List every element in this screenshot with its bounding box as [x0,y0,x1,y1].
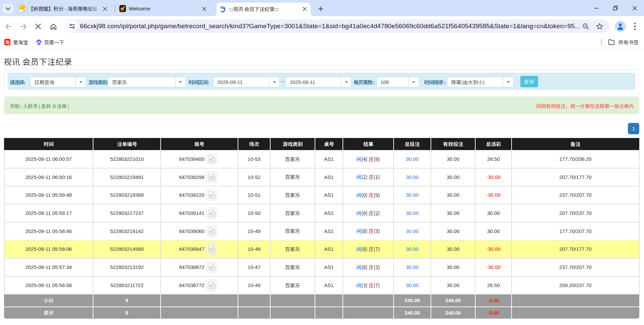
svg-text:du: du [38,42,40,45]
